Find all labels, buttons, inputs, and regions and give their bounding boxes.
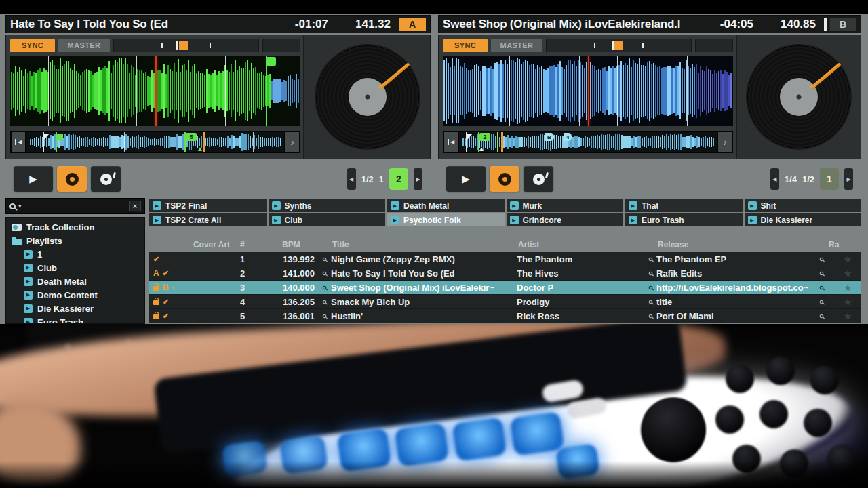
column-header-bpm[interactable]: BPM: [275, 240, 317, 249]
favorite-slot[interactable]: ▶Death Metal: [387, 199, 505, 212]
column-header-title[interactable]: Title: [331, 240, 513, 249]
table-row[interactable]: A✔2141.000Hate To Say I Told You So (EdT…: [149, 266, 861, 281]
deck-b-scratch-button[interactable]: [524, 166, 553, 192]
sidebar-item[interactable]: ▶Euro Trash: [6, 315, 144, 324]
search-bar[interactable]: ▾ ×: [5, 198, 145, 214]
browser-close-button[interactable]: ×: [129, 201, 141, 211]
sidebar-item[interactable]: ▶Demo Content: [6, 288, 144, 302]
cue-letter-tag[interactable]: B: [545, 133, 554, 141]
favorite-slot[interactable]: ▶TSP2 Crate All: [149, 214, 267, 226]
pager-label[interactable]: 1: [379, 174, 384, 184]
deck-b-endwarning-button[interactable]: ♪: [717, 132, 732, 152]
deck-b-stripe-overview[interactable]: ◀ 2 ▲: [443, 131, 733, 153]
pager-label[interactable]: 1/2: [361, 174, 374, 184]
row-artist[interactable]: Doctor P: [517, 283, 644, 293]
row-release[interactable]: title: [656, 297, 815, 307]
pager-active-value[interactable]: 1: [820, 168, 839, 190]
deck-b-skip-start-button[interactable]: ◀: [444, 132, 459, 152]
pager-next-button[interactable]: ▶: [414, 168, 422, 190]
row-title[interactable]: Hate To Say I Told You So (Ed: [331, 268, 513, 279]
pager-label[interactable]: 1/2: [802, 174, 814, 184]
sidebar-item[interactable]: ▶Death Metal: [6, 274, 144, 288]
row-title[interactable]: Night Game (Zeppy Zep RMX): [331, 254, 513, 264]
row-title[interactable]: Smack My Bich Up: [331, 297, 513, 307]
release-search-button[interactable]: [815, 285, 827, 291]
row-artist[interactable]: Rick Ross: [517, 311, 644, 321]
favorite-slot[interactable]: ▶Club: [269, 214, 386, 226]
deck-b-waveform[interactable]: [443, 56, 733, 126]
deck-a-sync-button[interactable]: SYNC: [10, 39, 55, 52]
favorite-slot[interactable]: ▶Murk: [507, 199, 624, 212]
row-rating[interactable]: ★: [827, 311, 861, 321]
cue-number-badge[interactable]: 2: [479, 133, 490, 141]
column-header-rating[interactable]: Ra: [827, 240, 861, 249]
pager-active-value[interactable]: 2: [389, 168, 408, 190]
deck-a-endwarning-button[interactable]: ♪: [284, 132, 299, 152]
deck-a-phase-meter[interactable]: [113, 39, 259, 52]
row-release[interactable]: The Phantom EP: [656, 254, 815, 264]
favorite-slot[interactable]: ▶That: [625, 199, 743, 212]
deck-a-play-button[interactable]: ▶: [14, 166, 53, 192]
row-artist[interactable]: The Phantom: [517, 254, 644, 264]
column-header-artist[interactable]: Artist: [517, 240, 644, 249]
table-row[interactable]: ✔1139.992Night Game (Zeppy Zep RMX)The P…: [149, 252, 861, 266]
pager-prev-button[interactable]: ◀: [770, 168, 779, 190]
row-artist[interactable]: Prodigy: [517, 297, 644, 307]
deck-b-master-button[interactable]: MASTER: [491, 39, 542, 52]
table-row[interactable]: ✔4136.205Smack My Bich UpProdigytitle★: [149, 295, 861, 309]
favorite-slot[interactable]: ▶Die Kassierer: [745, 214, 862, 226]
column-header-num[interactable]: #: [236, 240, 275, 249]
favorite-slot[interactable]: ▶Psychotic Folk: [387, 214, 505, 226]
deck-b-letter-badge[interactable]: B: [829, 18, 856, 31]
row-rating[interactable]: ★: [827, 254, 861, 264]
pager-prev-button[interactable]: ◀: [347, 168, 356, 190]
pager-label[interactable]: 1/4: [785, 174, 797, 184]
artist-search-button[interactable]: [644, 270, 656, 277]
artist-search-button[interactable]: [644, 285, 656, 291]
sidebar-item[interactable]: Track Collection: [6, 220, 144, 234]
artist-search-button[interactable]: [644, 313, 656, 319]
deck-a-master-button[interactable]: MASTER: [58, 39, 110, 52]
deck-b-play-button[interactable]: ▶: [446, 166, 486, 192]
pager-next-button[interactable]: ▶: [844, 168, 853, 190]
sidebar-item[interactable]: Playlists: [6, 234, 144, 247]
row-title[interactable]: Hustlin': [331, 311, 513, 321]
row-release[interactable]: http://iLovEalekireland.blogspot.co~: [656, 283, 815, 293]
favorite-slot[interactable]: ▶Euro Trash: [625, 214, 743, 226]
deck-a-waveform[interactable]: [10, 56, 300, 126]
deck-b-cue-button[interactable]: [490, 166, 519, 192]
row-rating[interactable]: ★: [827, 268, 861, 279]
deck-b-vinyl-platter[interactable]: [747, 45, 850, 148]
title-search-button[interactable]: [317, 285, 331, 291]
column-header-cover[interactable]: Cover Art: [187, 240, 236, 249]
artist-search-button[interactable]: [644, 256, 656, 262]
deck-b-phase-meter[interactable]: [546, 39, 692, 52]
sidebar-item[interactable]: ▶1: [6, 247, 144, 261]
row-artist[interactable]: The Hives: [517, 268, 644, 279]
deck-b-sync-button[interactable]: SYNC: [443, 39, 488, 52]
release-search-button[interactable]: [815, 299, 827, 305]
favorite-slot[interactable]: ▶Grindcore: [507, 214, 624, 226]
column-header-release[interactable]: Release: [656, 240, 815, 249]
deck-a-vinyl-platter[interactable]: [316, 45, 419, 148]
favorite-slot[interactable]: ▶Shit: [745, 199, 862, 212]
favorite-slot[interactable]: ▶Synths: [269, 199, 386, 212]
sidebar-item[interactable]: ▶Die Kassierer: [6, 302, 144, 315]
sidebar-item[interactable]: ▶Club: [6, 261, 144, 274]
release-search-button[interactable]: [815, 270, 827, 277]
deck-a-letter-badge[interactable]: A: [399, 18, 426, 31]
row-rating[interactable]: ★: [827, 297, 861, 307]
deck-a-stripe-overview[interactable]: ◀ 5 ▲: [10, 131, 300, 153]
table-row[interactable]: ✔5136.001Hustlin'Rick RossPort Of Miami★: [149, 309, 861, 323]
release-search-button[interactable]: [815, 313, 827, 319]
cue-number-badge[interactable]: 5: [186, 133, 197, 141]
deck-a-cue-button[interactable]: [57, 166, 87, 192]
release-search-button[interactable]: [815, 256, 827, 262]
row-rating[interactable]: ★: [827, 283, 861, 293]
row-release[interactable]: Port Of Miami: [656, 311, 815, 321]
deck-a-skip-start-button[interactable]: ◀: [12, 132, 26, 152]
deck-a-scratch-button[interactable]: [91, 166, 121, 192]
artist-search-button[interactable]: [644, 299, 656, 305]
cue-number-tag[interactable]: 4: [564, 133, 572, 141]
title-search-button[interactable]: [317, 256, 331, 262]
